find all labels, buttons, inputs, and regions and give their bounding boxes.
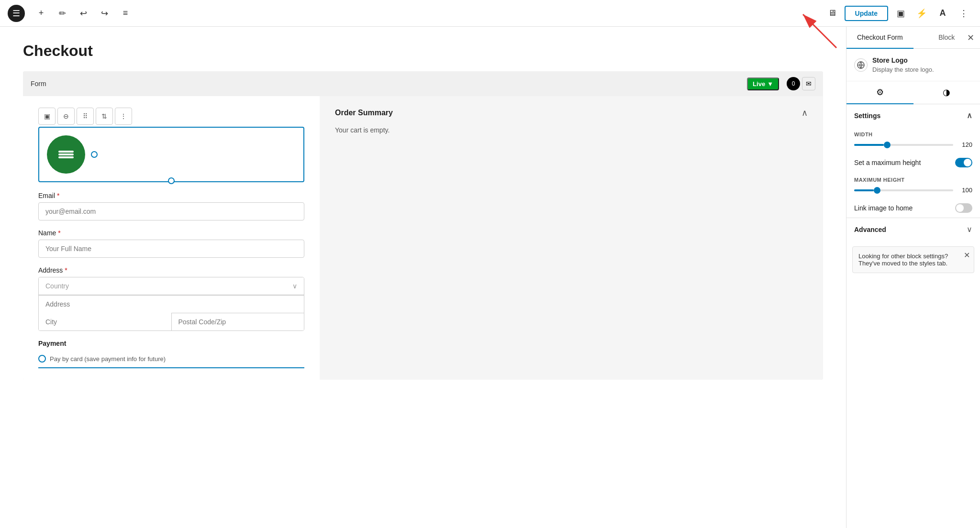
tooltip-box: Looking for other block settings? They'v… xyxy=(852,246,974,273)
max-height-slider-fill xyxy=(854,189,874,191)
form-body: ▣ ⊖ ⠿ ⇅ ⋮ xyxy=(23,96,823,380)
max-height-value: 100 xyxy=(957,187,972,194)
block-type-btn[interactable]: ⊖ xyxy=(57,108,75,125)
email-input[interactable] xyxy=(38,202,304,220)
more-block-btn[interactable]: ⋮ xyxy=(115,108,132,125)
move-btn[interactable]: ⇅ xyxy=(96,108,113,125)
layout-icon: ▣ xyxy=(44,112,50,120)
sidebar-toggle-button[interactable]: ▣ xyxy=(892,5,909,22)
store-logo-header: Store Logo Display the store logo. xyxy=(854,56,972,73)
store-logo-svg xyxy=(857,61,865,69)
country-select[interactable]: Country ∨ xyxy=(39,277,304,295)
order-summary-toggle[interactable]: ∧ xyxy=(802,108,808,118)
logo-svg xyxy=(56,144,77,165)
style-tab-settings[interactable]: ⚙ xyxy=(846,81,913,104)
logo-dot-handle[interactable] xyxy=(91,151,98,158)
pen-button[interactable]: ✏ xyxy=(54,5,71,22)
link-image-toggle-label: Link image to home xyxy=(854,204,913,212)
settings-section: Settings ∧ WIDTH 120 Set a maximum heigh… xyxy=(846,104,980,218)
drag-btn[interactable]: ⠿ xyxy=(77,108,94,125)
store-logo-info: Store Logo Display the store logo. xyxy=(872,56,934,73)
form-header-label: Form xyxy=(31,80,46,88)
store-logo-section: Store Logo Display the store logo. xyxy=(846,49,980,81)
tooltip-close-button[interactable]: ✕ xyxy=(964,251,970,260)
width-slider-thumb[interactable] xyxy=(884,142,891,148)
advanced-row[interactable]: Advanced ∨ xyxy=(846,218,980,241)
width-slider-row: 120 xyxy=(854,141,972,148)
order-summary-chevron-icon: ∧ xyxy=(802,108,808,118)
max-height-slider-track[interactable] xyxy=(854,189,953,191)
link-image-toggle[interactable] xyxy=(955,203,972,213)
a-icon: A xyxy=(940,8,946,18)
redo-button[interactable]: ↪ xyxy=(96,5,113,22)
update-button[interactable]: Update xyxy=(845,6,888,21)
list-view-button[interactable]: ≡ xyxy=(117,5,134,22)
name-field-group: Name * xyxy=(38,229,304,258)
address-city-postal-row xyxy=(39,313,304,330)
tab-checkout-form[interactable]: Checkout Form xyxy=(846,27,913,49)
max-height-slider-thumb[interactable] xyxy=(874,187,880,194)
payment-option-text: Pay by card (save payment info for futur… xyxy=(50,355,166,363)
max-height-toggle[interactable] xyxy=(955,158,972,167)
bolt-button[interactable]: ⚡ xyxy=(913,5,930,22)
panel-close-button[interactable]: ✕ xyxy=(967,33,974,43)
monitor-icon: 🖥 xyxy=(828,8,836,18)
payment-radio[interactable] xyxy=(38,355,46,363)
settings-collapse-icon[interactable]: ∧ xyxy=(967,111,972,120)
svg-rect-2 xyxy=(58,154,74,155)
tooltip-text: Looking for other block settings? They'v… xyxy=(858,253,948,267)
panel-tabs: Checkout Form Block ✕ xyxy=(846,27,980,49)
svg-rect-3 xyxy=(58,156,74,158)
width-setting: WIDTH 120 xyxy=(846,127,980,153)
block-type-icon: ⊖ xyxy=(63,112,69,120)
logo-block[interactable] xyxy=(38,127,304,182)
more-options-button[interactable]: ⋮ xyxy=(955,5,972,22)
address-fields: Country ∨ xyxy=(38,277,304,331)
width-value: 120 xyxy=(957,141,972,148)
max-height-setting: MAXIMUM HEIGHT 100 xyxy=(846,172,980,198)
undo-button[interactable]: ↩ xyxy=(75,5,92,22)
cart-empty-text: Your cart is empty. xyxy=(335,126,390,134)
email-required-star: * xyxy=(57,192,59,199)
width-slider-track[interactable] xyxy=(854,144,953,146)
add-icon: + xyxy=(39,8,44,18)
monitor-button[interactable]: 🖥 xyxy=(824,5,841,22)
link-image-knob xyxy=(956,204,964,212)
add-block-button[interactable]: + xyxy=(33,5,50,22)
form-header: Form Live ▼ 0 ✉ xyxy=(23,71,823,96)
advanced-label: Advanced xyxy=(854,226,886,233)
form-icon-envelope[interactable]: ✉ xyxy=(802,77,815,90)
name-input[interactable] xyxy=(38,240,304,258)
logo-block-toolbar: ▣ ⊖ ⠿ ⇅ ⋮ xyxy=(38,108,304,125)
width-slider-fill xyxy=(854,144,884,146)
email-field-group: Email * xyxy=(38,192,304,220)
store-logo-icon xyxy=(854,58,868,72)
form-icons: 0 ✉ xyxy=(787,77,815,90)
city-input[interactable] xyxy=(39,313,172,330)
more-block-icon: ⋮ xyxy=(120,112,127,120)
form-icon-circle: 0 xyxy=(787,77,800,90)
live-arrow-icon: ▼ xyxy=(767,80,773,88)
svg-rect-1 xyxy=(58,151,74,153)
address-input[interactable] xyxy=(39,295,304,313)
layout-btn[interactable]: ▣ xyxy=(38,108,56,125)
tooltip-close-icon: ✕ xyxy=(964,251,970,259)
drag-icon: ⠿ xyxy=(83,112,88,120)
store-logo-title: Store Logo xyxy=(872,56,934,64)
a-button[interactable]: A xyxy=(934,5,951,22)
live-button[interactable]: Live ▼ xyxy=(747,77,779,90)
postal-input[interactable] xyxy=(172,313,304,330)
page-title: Checkout xyxy=(23,42,823,60)
undo-icon: ↩ xyxy=(80,8,87,19)
advanced-chevron-icon: ∨ xyxy=(967,225,972,234)
logo-resize-handle[interactable] xyxy=(168,177,175,184)
style-tab-appearance[interactable]: ◑ xyxy=(913,81,980,104)
wp-logo: ☰ xyxy=(8,5,25,22)
wp-logo-symbol: ☰ xyxy=(12,8,20,19)
more-icon: ⋮ xyxy=(959,8,968,19)
form-container: Form Live ▼ 0 ✉ xyxy=(23,71,823,380)
payment-option[interactable]: Pay by card (save payment info for futur… xyxy=(38,350,304,368)
toggle-knob xyxy=(964,159,971,166)
gear-icon: ⚙ xyxy=(876,87,884,98)
palette-icon: ◑ xyxy=(943,87,950,98)
